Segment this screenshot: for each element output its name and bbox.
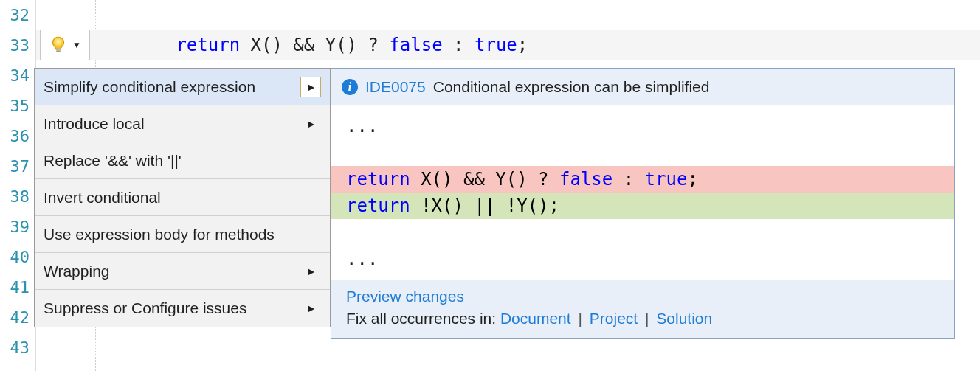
diff-deleted-line: return X() && Y() ? false : true; (331, 166, 954, 193)
quick-action-item[interactable]: Introduce local▶ (35, 105, 330, 142)
quick-action-label: Suppress or Configure issues (44, 299, 246, 317)
quick-actions-bulb[interactable]: ▼ (40, 30, 90, 60)
line-number: 37 (0, 151, 30, 181)
line-number: 41 (0, 272, 30, 302)
quick-action-label: Wrapping (44, 263, 110, 280)
quick-action-label: Replace '&&' with '||' (44, 152, 182, 170)
chevron-right-icon: ▶ (300, 77, 321, 97)
line-number: 38 (0, 181, 30, 212)
preview-panel: i IDE0075 Conditional expression can be … (331, 68, 955, 339)
quick-action-label: Simplify conditional expression (44, 78, 255, 96)
diff-context: ... (331, 246, 954, 272)
fix-project-link[interactable]: Project (590, 310, 638, 327)
quick-action-item[interactable]: Use expression body for methods (35, 216, 330, 253)
lightbulb-icon (49, 35, 68, 55)
fix-solution-link[interactable]: Solution (656, 310, 712, 327)
line-number: 34 (0, 60, 30, 91)
code-line-33[interactable]: return X() && Y() ? false : true; (36, 30, 980, 60)
quick-action-label: Invert conditional (44, 189, 161, 207)
quick-actions-menu: Simplify conditional expression▶Introduc… (34, 68, 331, 327)
line-number: 36 (0, 121, 30, 151)
quick-action-item[interactable]: Invert conditional (35, 179, 330, 216)
line-number: 35 (0, 91, 30, 121)
diagnostic-message: Conditional expression can be simplified (433, 78, 710, 96)
line-number: 32 (0, 0, 30, 30)
diff-context: ... (331, 113, 954, 139)
quick-action-item[interactable]: Suppress or Configure issues▶ (35, 290, 330, 327)
diagnostic-id[interactable]: IDE0075 (365, 78, 426, 96)
line-number: 43 (0, 333, 30, 363)
quick-action-item[interactable]: Replace '&&' with '||' (35, 142, 330, 179)
fix-document-link[interactable]: Document (500, 310, 571, 327)
separator: | (642, 310, 652, 327)
gutter: 323334353637383940414243 (0, 0, 35, 371)
quick-action-item[interactable]: Simplify conditional expression▶ (35, 69, 330, 105)
diff-blank (331, 139, 954, 166)
diff-blank (331, 219, 954, 246)
chevron-right-icon: ▶ (300, 114, 321, 134)
line-number: 39 (0, 212, 30, 242)
line-number: 33 (0, 30, 30, 60)
quick-action-label: Use expression body for methods (44, 226, 275, 243)
line-number: 42 (0, 302, 30, 333)
svg-rect-0 (56, 49, 61, 50)
chevron-down-icon: ▼ (72, 40, 81, 50)
preview-changes-link[interactable]: Preview changes (346, 288, 939, 305)
info-icon: i (342, 79, 358, 95)
preview-footer: Preview changes Fix all occurrences in: … (331, 280, 954, 338)
quick-action-label: Introduce local (44, 115, 145, 133)
preview-header: i IDE0075 Conditional expression can be … (331, 69, 954, 105)
line-number: 40 (0, 242, 30, 272)
fix-all-prefix: Fix all occurrences in: (346, 310, 500, 327)
chevron-right-icon: ▶ (300, 298, 321, 319)
diff-body: ... return X() && Y() ? false : true; re… (331, 105, 954, 280)
diff-added-line: return !X() || !Y(); (331, 193, 954, 219)
quick-action-item[interactable]: Wrapping▶ (35, 253, 330, 290)
separator: | (575, 310, 584, 327)
svg-rect-1 (56, 51, 60, 52)
chevron-right-icon: ▶ (300, 261, 321, 282)
